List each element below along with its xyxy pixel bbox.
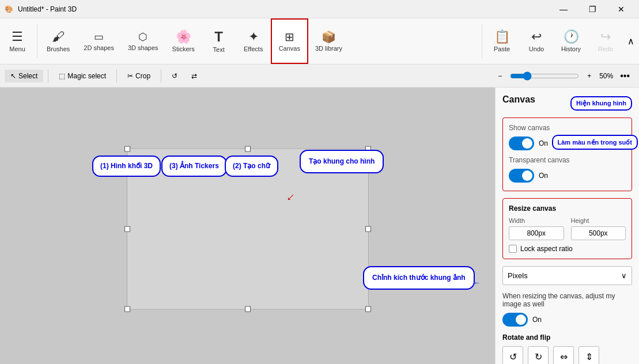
magic-select-label: Magic select bbox=[67, 72, 106, 80]
panel-title: Canvas bbox=[502, 94, 535, 105]
zoom-value: 50% bbox=[599, 72, 613, 80]
pixels-dropdown[interactable]: Pixels ∨ bbox=[502, 266, 632, 285]
collapse-icon[interactable]: ∧ bbox=[627, 36, 634, 47]
effects-label: Effects bbox=[244, 46, 263, 52]
crop-button[interactable]: ✂ Crop bbox=[122, 70, 156, 82]
2dshapes-icon: ▭ bbox=[94, 32, 104, 42]
zoom-in-button[interactable]: + bbox=[581, 70, 597, 82]
rotate-left-button[interactable]: ↺ bbox=[166, 70, 183, 82]
canvas-panel-header: Canvas Hiện khung hình bbox=[502, 94, 632, 112]
handle-mr[interactable] bbox=[365, 226, 371, 232]
3dlibrary-label: 3D library bbox=[315, 45, 342, 52]
transparent-canvas-value: On bbox=[539, 172, 548, 180]
arrow-chinh-kich: ← bbox=[474, 279, 481, 287]
flip-icon: ⇄ bbox=[191, 72, 197, 80]
toolbar-redo[interactable]: ↪ Redo bbox=[588, 18, 623, 64]
handle-tl[interactable] bbox=[124, 146, 130, 152]
transparent-canvas-toggle[interactable] bbox=[509, 169, 534, 183]
resize-note-toggle-row: On bbox=[502, 313, 632, 327]
height-input[interactable] bbox=[571, 226, 626, 240]
toolbar-3dshapes[interactable]: ⬡ 3D shapes bbox=[121, 18, 165, 64]
zoom-out-button[interactable]: − bbox=[492, 70, 508, 82]
height-label: Height bbox=[571, 217, 626, 224]
resize-canvas-section: Resize canvas Width Height Lock aspect r… bbox=[502, 198, 632, 259]
history-icon: 🕐 bbox=[564, 31, 579, 43]
app-title: Untitled* - Paint 3D bbox=[18, 5, 77, 13]
lock-aspect-checkbox[interactable] bbox=[509, 245, 517, 253]
lock-aspect-row: Lock aspect ratio bbox=[509, 245, 626, 253]
paste-label: Paste bbox=[494, 46, 510, 52]
toolbar-sep-1 bbox=[37, 24, 37, 58]
annotation-lam-mau-nen: Làm màu nền trong suốt bbox=[552, 135, 638, 150]
toolbar-canvas[interactable]: ⊞ Canvas bbox=[271, 18, 308, 64]
chevron-down-icon: ∨ bbox=[621, 271, 627, 280]
rotate-cw-icon: ↻ bbox=[535, 351, 542, 362]
annotation-tao-khung: Tạo khung cho hình bbox=[300, 150, 384, 173]
magic-select-icon: ⬚ bbox=[59, 72, 65, 80]
2dshapes-label: 2D shapes bbox=[84, 44, 114, 51]
menu-icon: ☰ bbox=[12, 31, 23, 43]
toolbar-3dlibrary[interactable]: 📦 3D library bbox=[308, 18, 349, 64]
toolbar-sep-2 bbox=[482, 24, 482, 58]
show-canvas-value: On bbox=[539, 139, 548, 147]
dimension-row: Width Height bbox=[509, 217, 626, 240]
close-button[interactable]: ✕ bbox=[608, 0, 634, 18]
pixels-label: Pixels bbox=[508, 271, 528, 280]
handle-ml[interactable] bbox=[124, 226, 130, 232]
annotation-hinh-khoi-3d: (1) Hình khối 3D bbox=[92, 156, 161, 177]
resize-canvas-title: Resize canvas bbox=[509, 204, 626, 213]
toolbar-history[interactable]: 🕐 History bbox=[554, 18, 588, 64]
cursor-icon: ↖ bbox=[10, 72, 16, 80]
right-panel: Canvas Hiện khung hình Show canvas On Tr… bbox=[495, 88, 639, 364]
toolbar: ☰ Menu 🖌 Brushes ▭ 2D shapes ⬡ 3D shapes… bbox=[0, 18, 639, 65]
rotate-ccw-icon: ↺ bbox=[509, 351, 517, 362]
rotate-cw-button[interactable]: ↻ bbox=[528, 346, 549, 364]
handle-br[interactable] bbox=[365, 306, 371, 312]
rotate-flip-title: Rotate and flip bbox=[502, 333, 632, 342]
toolbar-text[interactable]: T Text bbox=[202, 18, 236, 64]
transparent-canvas-toggle-row: On bbox=[509, 169, 626, 183]
handle-tm[interactable] bbox=[245, 146, 251, 152]
flip-h-icon: ⇔ bbox=[560, 351, 568, 362]
canvas-area[interactable]: (1) Hình khối 3D (3) Ảnh Tickers (2) Tạo… bbox=[0, 88, 495, 364]
select-button[interactable]: ↖ Select bbox=[5, 70, 43, 82]
paste-icon: 📋 bbox=[494, 31, 510, 43]
show-canvas-label: Show canvas bbox=[509, 124, 626, 132]
history-label: History bbox=[561, 46, 581, 52]
magic-select-button[interactable]: ⬚ Magic select bbox=[53, 70, 112, 82]
toolbar-paste[interactable]: 📋 Paste bbox=[485, 18, 519, 64]
toolbar-brushes[interactable]: 🖌 Brushes bbox=[40, 18, 77, 64]
handle-bm[interactable] bbox=[245, 306, 251, 312]
text-icon: T bbox=[214, 30, 223, 44]
width-group: Width bbox=[509, 217, 564, 240]
app-icon: 🎨 bbox=[5, 5, 13, 13]
annotation-chinh-kich-thuoc: Chỉnh kích thước khung ảnh bbox=[363, 266, 475, 290]
resize-image-toggle[interactable] bbox=[502, 313, 528, 327]
titlebar-controls[interactable]: — ❐ ✕ bbox=[550, 0, 634, 18]
toolbar-stickers[interactable]: 🌸 Stickers bbox=[165, 18, 202, 64]
flip-button[interactable]: ⇄ bbox=[186, 70, 203, 82]
zoom-slider[interactable] bbox=[510, 71, 579, 81]
select-label: Select bbox=[18, 72, 37, 80]
toolbar-effects[interactable]: ✦ Effects bbox=[236, 18, 271, 64]
transparent-canvas-label: Transparent canvas bbox=[509, 156, 626, 164]
toolbar-undo[interactable]: ↩ Undo bbox=[519, 18, 554, 64]
more-button[interactable]: ••• bbox=[615, 69, 634, 84]
flip-h-button[interactable]: ⇔ bbox=[553, 346, 574, 364]
rotate-ccw-button[interactable]: ↺ bbox=[502, 346, 523, 364]
show-canvas-toggle[interactable] bbox=[509, 136, 534, 150]
flip-v-button[interactable]: ⇕ bbox=[578, 346, 599, 364]
maximize-button[interactable]: ❐ bbox=[579, 0, 606, 18]
titlebar-left: 🎨 Untitled* - Paint 3D bbox=[5, 5, 77, 13]
handle-bl[interactable] bbox=[124, 306, 130, 312]
toolbar-menu[interactable]: ☰ Menu bbox=[0, 18, 35, 64]
brushes-icon: 🖌 bbox=[52, 31, 65, 43]
width-input[interactable] bbox=[509, 226, 564, 240]
menu-label: Menu bbox=[9, 46, 25, 52]
rotate-row: ↺ ↻ ⇔ ⇕ bbox=[502, 346, 632, 364]
crop-label: Crop bbox=[135, 72, 150, 80]
3dshapes-icon: ⬡ bbox=[138, 32, 148, 42]
toolbar-2dshapes[interactable]: ▭ 2D shapes bbox=[77, 18, 121, 64]
minimize-button[interactable]: — bbox=[550, 0, 577, 18]
height-group: Height bbox=[571, 217, 626, 240]
